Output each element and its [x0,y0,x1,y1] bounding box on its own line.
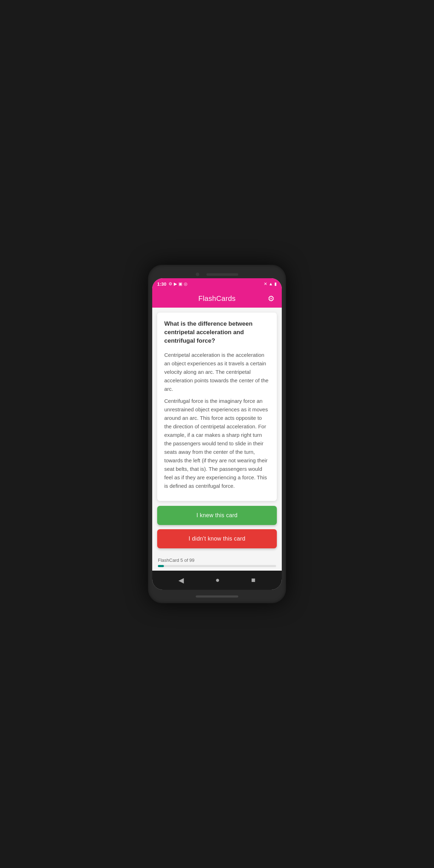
progress-text: FlashCard 5 of 99 [158,558,276,563]
settings-button[interactable]: ⚙ [266,293,276,305]
knew-button[interactable]: I knew this card [157,506,277,525]
status-time: 1:30 [157,281,166,287]
phone-device: 1:30 ⚙ ▶ ▣ ◎ ✕ ▲ ▮ FlashCards ⚙ [148,265,286,603]
app-title: FlashCards [198,295,235,303]
battery-icon: ▮ [274,281,277,286]
main-content: What is the difference between centripet… [152,308,282,553]
card-question: What is the difference between centripet… [164,320,270,345]
card-answer-1: Centripetal acceleration is the accelera… [164,351,270,393]
front-camera [196,273,199,276]
play-status-icon: ▶ [174,281,177,286]
back-nav-button[interactable]: ◀ [173,575,189,586]
progress-bar-track [158,565,276,567]
bottom-speaker [196,595,238,598]
progress-bar-fill [158,565,164,567]
progress-area: FlashCard 5 of 99 [152,553,282,571]
status-bar: 1:30 ⚙ ▶ ▣ ◎ ✕ ▲ ▮ [152,278,282,290]
wifi-icon: ✕ [264,281,267,286]
nav-bar: ◀ ● ■ [152,571,282,590]
settings-status-icon: ⚙ [169,281,172,286]
flashcard: What is the difference between centripet… [157,313,277,501]
signal-icon: ▲ [269,281,273,286]
phone-top [152,269,282,278]
card-answer-2: Centrifugal force is the imaginary force… [164,397,270,490]
circle-status-icon: ◎ [184,281,187,286]
app-bar: FlashCards ⚙ [152,290,282,308]
status-left: 1:30 ⚙ ▶ ▣ ◎ [157,281,187,287]
didnt-know-button[interactable]: I didn't know this card [157,529,277,548]
phone-bottom [152,590,282,599]
home-nav-button[interactable]: ● [210,575,225,586]
status-right: ✕ ▲ ▮ [264,281,277,286]
card-status-icon: ▣ [178,281,182,286]
phone-screen: 1:30 ⚙ ▶ ▣ ◎ ✕ ▲ ▮ FlashCards ⚙ [152,278,282,589]
top-speaker [206,273,238,276]
recent-nav-button[interactable]: ■ [245,575,261,586]
status-icons: ⚙ ▶ ▣ ◎ [169,281,187,286]
